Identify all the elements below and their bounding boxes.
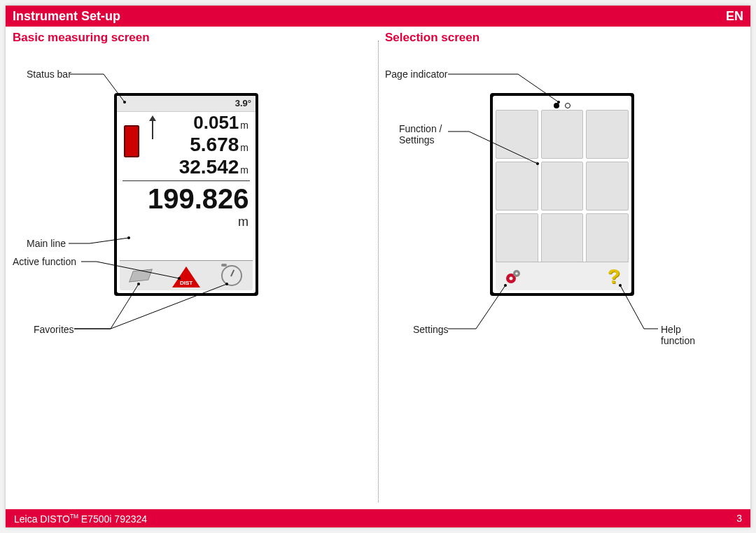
unit-3: m	[240, 164, 248, 176]
page-dot-active	[554, 103, 559, 108]
grid-cell	[586, 110, 629, 159]
callout-favorites: Favorites	[34, 324, 74, 335]
value-2: 5.678	[190, 134, 239, 156]
callout-status-bar: Status bar	[27, 69, 71, 80]
favorite-right-icon	[221, 267, 242, 284]
function-grid	[496, 110, 629, 262]
left-column: Basic measuring screen Status bar Main l…	[6, 27, 378, 502]
callout-help: Help function	[661, 324, 710, 346]
grid-cell	[496, 213, 538, 262]
dist-button-icon: DIST	[172, 264, 200, 287]
left-diagram: Status bar Main line Active function Fav…	[6, 27, 378, 502]
measurement-row-1: 0.051m	[117, 112, 255, 134]
footer-product-post: E7500i 792324	[78, 513, 147, 524]
grid-cell	[541, 213, 584, 262]
measurement-row-3: 32.542m	[117, 156, 255, 178]
callout-settings: Settings	[413, 324, 449, 335]
settings-gear-icon	[504, 267, 522, 285]
footer-product-pre: Leica DISTO	[14, 513, 70, 524]
page-indicator	[493, 96, 631, 111]
selection-screen-inner: ?	[493, 96, 631, 293]
separator-line	[122, 180, 250, 181]
grid-cell	[586, 162, 629, 211]
page-header: Instrument Set-up EN	[6, 6, 750, 27]
grid-cell	[496, 162, 538, 211]
callout-active-function: Active function	[13, 256, 76, 267]
timer-icon	[221, 265, 242, 286]
right-column: Selection screen Page indicator Function…	[378, 27, 750, 502]
grid-cell	[496, 110, 538, 159]
function-bar: DIST	[120, 260, 253, 290]
grid-cell	[541, 110, 584, 159]
page-dot-inactive	[565, 103, 570, 108]
tm-icon: TM	[70, 513, 78, 520]
footer-page-number: 3	[736, 513, 742, 524]
callout-function-settings: Function / Settings	[399, 123, 455, 145]
header-lang: EN	[726, 9, 743, 24]
selection-screen-device: ?	[490, 93, 634, 296]
value-1: 0.051	[193, 112, 239, 134]
main-unit: m	[238, 215, 248, 229]
favorite-left-icon	[130, 267, 151, 284]
callout-main-line: Main line	[27, 238, 66, 249]
status-bar: 3.9°	[117, 96, 255, 112]
selection-footer: ?	[496, 262, 629, 290]
manual-page: Instrument Set-up EN Basic measuring scr…	[6, 6, 750, 527]
status-angle: 3.9°	[235, 98, 251, 108]
measuring-screen-device: 3.9° 0.051m 5.678m 32.542m 199.826m DIST	[114, 93, 258, 296]
header-title: Instrument Set-up	[13, 9, 120, 24]
measuring-screen-inner: 3.9° 0.051m 5.678m 32.542m 199.826m DIST	[117, 96, 255, 293]
dist-label: DIST	[172, 280, 200, 286]
column-divider	[378, 41, 379, 502]
svg-point-8	[515, 272, 518, 275]
footer-product: Leica DISTOTM E7500i 792324	[14, 513, 147, 525]
main-value: 199.826	[148, 183, 249, 215]
help-question-icon: ?	[608, 264, 620, 288]
right-diagram: Page indicator Function / Settings Setti…	[378, 27, 750, 502]
grid-cell	[541, 162, 584, 211]
callout-page-indicator: Page indicator	[385, 69, 448, 80]
main-line-row: 199.826m	[117, 183, 255, 229]
unit-1: m	[240, 120, 248, 131]
measurement-row-2: 5.678m	[117, 134, 255, 156]
unit-2: m	[240, 142, 248, 153]
svg-point-6	[510, 277, 513, 280]
grid-cell	[586, 213, 629, 262]
page-footer: Leica DISTOTM E7500i 792324 3	[6, 509, 750, 527]
value-3: 32.542	[179, 156, 239, 178]
